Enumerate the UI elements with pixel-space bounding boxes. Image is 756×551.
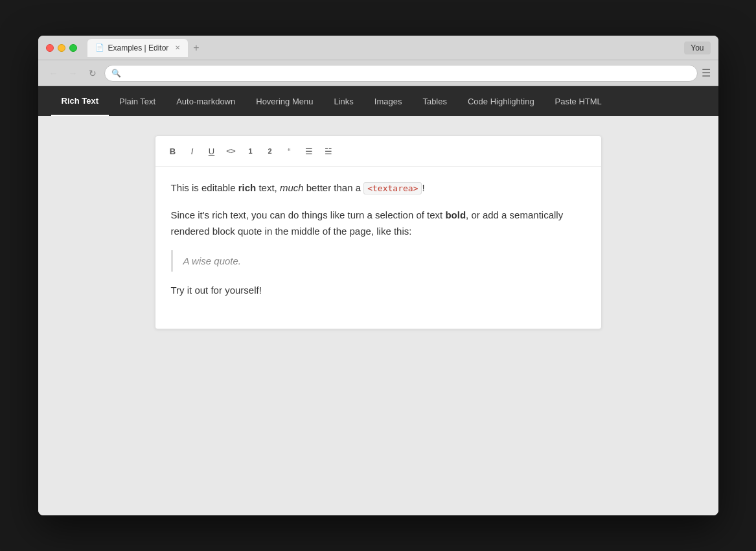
- p1-bold: rich: [238, 182, 257, 193]
- main-content: B I U <> 1 2 “ ☰ ☱ This is editable rich…: [38, 116, 718, 515]
- tab-bar: 📄 Examples | Editor ✕ +: [87, 39, 680, 57]
- h1-button[interactable]: 1: [242, 143, 259, 159]
- app-nav: Rich Text Plain Text Auto-markdown Hover…: [38, 86, 718, 116]
- h2-button[interactable]: 2: [262, 143, 279, 159]
- title-bar: 📄 Examples | Editor ✕ + You: [38, 36, 718, 60]
- maximize-button[interactable]: [69, 44, 77, 52]
- p1-middle: text,: [256, 182, 280, 193]
- active-tab[interactable]: 📄 Examples | Editor ✕: [87, 39, 189, 57]
- editor-toolbar: B I U <> 1 2 “ ☰ ☱: [155, 136, 601, 167]
- p1-before: This is editable: [171, 182, 238, 193]
- ul-button[interactable]: ☰: [301, 143, 317, 159]
- back-button[interactable]: ←: [46, 65, 62, 81]
- forward-button[interactable]: →: [65, 65, 81, 81]
- new-tab-button[interactable]: +: [188, 42, 204, 54]
- underline-button[interactable]: U: [203, 143, 220, 159]
- nav-item-tables[interactable]: Tables: [412, 86, 457, 116]
- minimize-button[interactable]: [58, 44, 65, 52]
- p2-bold: bold: [445, 209, 466, 220]
- blockquote: A wise quote.: [171, 250, 586, 272]
- p1-after: better than a: [304, 182, 364, 193]
- refresh-button[interactable]: ↻: [85, 65, 100, 81]
- nav-item-auto-markdown[interactable]: Auto-markdown: [166, 86, 246, 116]
- quote-button[interactable]: “: [281, 143, 298, 159]
- menu-icon[interactable]: ☰: [702, 67, 711, 79]
- p1-code: <textarea>: [363, 182, 422, 194]
- nav-item-plain-text[interactable]: Plain Text: [109, 86, 166, 116]
- user-button[interactable]: You: [684, 41, 710, 54]
- nav-item-code-highlighting[interactable]: Code Highlighting: [457, 86, 545, 116]
- code-button[interactable]: <>: [223, 143, 240, 159]
- nav-item-paste-html[interactable]: Paste HTML: [545, 86, 612, 116]
- ol-button[interactable]: ☱: [320, 143, 337, 159]
- editor-body[interactable]: This is editable rich text, much better …: [155, 167, 601, 329]
- tab-close-icon[interactable]: ✕: [175, 44, 180, 51]
- nav-item-hovering-menu[interactable]: Hovering Menu: [246, 86, 323, 116]
- traffic-lights: [46, 44, 77, 52]
- p1-end: !: [422, 182, 424, 193]
- tab-file-icon: 📄: [95, 43, 104, 52]
- nav-bar: ← → ↻ 🔍 ☰: [38, 60, 718, 86]
- paragraph-1: This is editable rich text, much better …: [171, 180, 586, 196]
- p3-text: Try it out for yourself!: [171, 285, 262, 296]
- paragraph-3: Try it out for yourself!: [171, 282, 586, 299]
- address-bar[interactable]: 🔍: [104, 65, 698, 82]
- address-input[interactable]: [125, 69, 691, 78]
- p1-italic: much: [280, 182, 304, 193]
- paragraph-2: Since it's rich text, you can do things …: [171, 207, 586, 240]
- editor-container: B I U <> 1 2 “ ☰ ☱ This is editable rich…: [155, 135, 602, 329]
- nav-item-links[interactable]: Links: [323, 86, 363, 116]
- tab-title: Examples | Editor: [108, 43, 169, 53]
- bold-button[interactable]: B: [165, 143, 181, 159]
- close-button[interactable]: [46, 44, 54, 52]
- nav-item-images[interactable]: Images: [364, 86, 413, 116]
- search-icon: 🔍: [111, 69, 121, 78]
- browser-window: 📄 Examples | Editor ✕ + You ← → ↻ 🔍 ☰ Ri…: [38, 36, 718, 515]
- nav-item-rich-text[interactable]: Rich Text: [51, 86, 109, 116]
- p2-before: Since it's rich text, you can do things …: [171, 209, 446, 220]
- italic-button[interactable]: I: [184, 143, 201, 159]
- blockquote-text: A wise quote.: [183, 255, 242, 266]
